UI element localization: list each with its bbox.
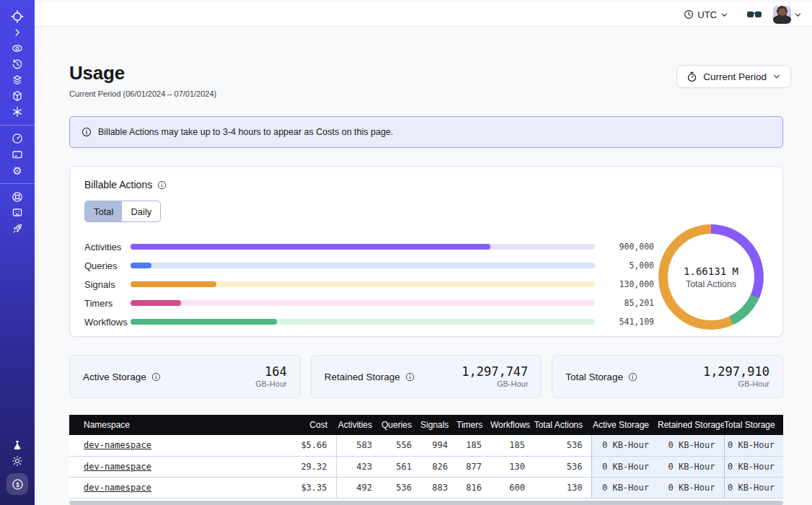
clock-icon bbox=[684, 9, 694, 19]
table-cell: 0 KB-Hour bbox=[658, 477, 724, 498]
storage-card-unit: GB-Hour bbox=[462, 379, 528, 388]
bar-track bbox=[131, 319, 595, 325]
table-cell: 994 bbox=[420, 435, 456, 456]
storage-card-label: Total Storage bbox=[565, 372, 623, 382]
timezone-selector[interactable]: UTC bbox=[684, 9, 728, 20]
main-pane: UTC Usage Current Period (06/01/2024 – 0… bbox=[35, 0, 812, 505]
table-header-cell: Total Storage bbox=[724, 415, 783, 435]
deployments-icon[interactable] bbox=[6, 88, 29, 104]
user-menu[interactable] bbox=[773, 6, 802, 24]
bar-category-label: Queries bbox=[84, 260, 131, 271]
getting-started-rocket-icon[interactable] bbox=[6, 221, 29, 237]
page-title: Usage bbox=[69, 62, 125, 84]
period-selector-button[interactable]: Current Period bbox=[676, 65, 791, 88]
topbar: UTC bbox=[35, 3, 812, 27]
table-cell: 423 bbox=[336, 456, 381, 477]
schedules-icon[interactable] bbox=[6, 56, 29, 72]
table-cell: 0 KB-Hour bbox=[724, 477, 783, 498]
feedback-icon[interactable] bbox=[6, 205, 29, 221]
billable-actions-title: Billable Actions bbox=[84, 179, 152, 190]
sidebar-divider bbox=[0, 125, 35, 126]
table-cell: 0 KB-Hour bbox=[658, 435, 724, 456]
bar-fill bbox=[131, 244, 490, 250]
tab-daily[interactable]: Daily bbox=[122, 201, 160, 221]
info-banner-text: Billable Actions may take up to 3-4 hour… bbox=[98, 127, 393, 137]
table-scrollbar[interactable] bbox=[69, 501, 783, 505]
table-cell: 185 bbox=[490, 435, 534, 456]
bar-chart-row: Timers 85,201 bbox=[84, 294, 654, 312]
info-icon[interactable] bbox=[151, 372, 161, 382]
settings-icon[interactable]: ⚙ bbox=[6, 162, 29, 178]
donut-chart: 1.66131 M Total Actions bbox=[658, 224, 764, 330]
glasses-icon[interactable] bbox=[747, 9, 762, 19]
table-row: dev-namespace$3.354925368838166001300 KB… bbox=[69, 477, 783, 498]
info-icon[interactable] bbox=[405, 372, 415, 382]
table-cell: 0 KB-Hour bbox=[658, 456, 724, 477]
table-cell: 0 KB-Hour bbox=[724, 456, 783, 477]
table-cell: 130 bbox=[534, 477, 591, 498]
table-header-cell: Active Storage bbox=[591, 415, 658, 435]
storage-card-label: Retained Storage bbox=[325, 372, 400, 382]
theme-sun-icon[interactable] bbox=[6, 453, 29, 469]
table-header-cell: Activities bbox=[336, 415, 381, 435]
table-header-cell: Timers bbox=[456, 415, 490, 435]
labs-flask-icon[interactable] bbox=[6, 437, 29, 453]
info-icon[interactable] bbox=[157, 180, 167, 190]
table-cell: 0 KB-Hour bbox=[591, 477, 658, 498]
namespace-link[interactable]: dev-namespace bbox=[84, 462, 151, 472]
storage-card-unit: GB-Hour bbox=[255, 379, 286, 388]
namespace-link[interactable]: dev-namespace bbox=[84, 440, 151, 450]
table-cell: $5.66 bbox=[264, 435, 336, 456]
bar-chart-row: Workflows 541,109 bbox=[84, 312, 654, 331]
batch-operations-icon[interactable] bbox=[6, 72, 29, 88]
page-subtitle: Current Period (06/01/2024 – 07/01/2024) bbox=[69, 89, 216, 98]
namespace-link[interactable]: dev-namespace bbox=[84, 483, 151, 493]
table-cell: dev-namespace bbox=[69, 456, 264, 477]
stopwatch-icon bbox=[687, 71, 697, 82]
table-cell: 883 bbox=[420, 477, 456, 498]
storage-card-unit: GB-Hour bbox=[703, 379, 769, 388]
table-header-row: NamespaceCostActivitiesQueriesSignalsTim… bbox=[69, 415, 783, 435]
storage-card: Total Storage 1,297,910 GB-Hour bbox=[552, 355, 783, 398]
table-cell: 816 bbox=[456, 477, 490, 498]
bar-fill bbox=[131, 319, 277, 325]
info-icon bbox=[81, 127, 92, 137]
storage-card: Retained Storage 1,297,747 GB-Hour bbox=[311, 355, 542, 398]
namespaces-icon[interactable] bbox=[6, 40, 29, 56]
table-header-cell: Workflows bbox=[490, 415, 534, 435]
nexus-icon[interactable] bbox=[6, 104, 29, 120]
table-cell: 536 bbox=[534, 435, 591, 456]
storage-card-value: 1,297,747 bbox=[462, 365, 528, 379]
info-icon[interactable] bbox=[628, 372, 637, 382]
svg-text:$: $ bbox=[15, 480, 19, 488]
table-row: dev-namespace29.324235618268771305360 KB… bbox=[69, 456, 783, 477]
table-cell: 185 bbox=[456, 435, 490, 456]
storage-cards-row: Active Storage 164 GB-Hour Retained Stor… bbox=[69, 355, 783, 398]
bar-category-label: Signals bbox=[84, 279, 131, 290]
tab-total[interactable]: Total bbox=[85, 201, 122, 221]
storage-card-label: Active Storage bbox=[83, 372, 146, 382]
cost-coin-icon[interactable]: $ bbox=[6, 473, 28, 495]
support-icon[interactable] bbox=[6, 189, 29, 205]
bar-track bbox=[131, 263, 595, 268]
table-cell: 0 KB-Hour bbox=[591, 456, 658, 477]
table-cell: 556 bbox=[381, 435, 420, 456]
donut-total-value: 1.66131 M bbox=[684, 265, 738, 277]
period-selector-label: Current Period bbox=[703, 71, 767, 82]
billing-icon[interactable] bbox=[6, 146, 29, 162]
table-cell: 877 bbox=[456, 456, 490, 477]
table-cell: 0 KB-Hour bbox=[591, 435, 658, 456]
storage-card: Active Storage 164 GB-Hour bbox=[69, 355, 301, 398]
expand-sidebar-icon[interactable] bbox=[6, 25, 29, 40]
bar-chart-row: Activities 900,000 bbox=[84, 237, 654, 256]
bar-value: 85,201 bbox=[602, 298, 654, 308]
table-cell: $3.35 bbox=[264, 477, 336, 498]
table-cell: 826 bbox=[420, 456, 456, 477]
namespace-usage-table: NamespaceCostActivitiesQueriesSignalsTim… bbox=[69, 415, 783, 504]
usage-icon[interactable] bbox=[6, 131, 29, 146]
table-cell: 29.32 bbox=[264, 456, 336, 477]
bar-chart-row: Signals 130,000 bbox=[84, 275, 654, 294]
table-cell: 536 bbox=[534, 456, 591, 477]
temporal-logo-icon[interactable] bbox=[6, 9, 29, 25]
billable-tabs: Total Daily bbox=[84, 201, 161, 222]
